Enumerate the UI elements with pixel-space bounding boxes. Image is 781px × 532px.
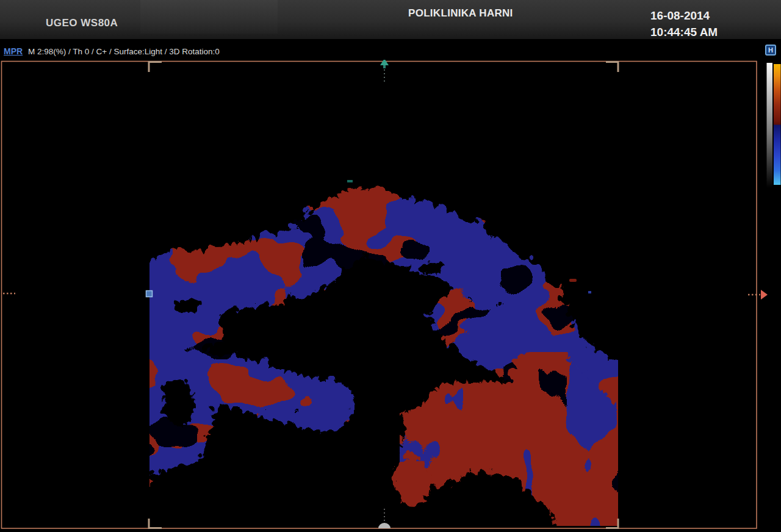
mode-label-mpr[interactable]: MPR [4, 46, 23, 56]
speck-teal [347, 180, 353, 182]
flow-mid-fill [218, 373, 325, 401]
black-gap-1 [168, 294, 198, 309]
datetime-block: 16-08-2014 10:44:45 AM [650, 7, 718, 40]
speck-red [569, 279, 577, 282]
gray-map-bar [767, 63, 773, 188]
time-label: 10:44:45 AM [650, 24, 718, 40]
black-gap-4 [418, 258, 439, 269]
black-gap-2 [159, 375, 190, 421]
h-badge-icon[interactable]: H [765, 45, 776, 56]
ultrasound-render-area[interactable] [0, 0, 781, 532]
header-bar: UGEO WS80A POLIKLINIKA HARNI 16-08-2014 … [0, 0, 781, 39]
date-label: 16-08-2014 [650, 7, 718, 24]
status-bar: MPR M 2:98(%) / Th 0 / C+ / Surface:Ligh… [0, 39, 781, 60]
render-params-label: M 2:98(%) / Th 0 / C+ / Surface:Light / … [28, 47, 220, 56]
black-gap-3 [203, 339, 227, 352]
device-model-label: UGEO WS80A [46, 17, 118, 29]
clinic-name: POLIKLINIKA HARNI [408, 7, 513, 20]
doppler-colorbar [774, 64, 781, 185]
header-panel [140, 0, 278, 34]
speck-blue [588, 291, 591, 293]
red-blob-bottom [389, 453, 426, 501]
mpr-ref-point-handle[interactable] [146, 291, 153, 297]
